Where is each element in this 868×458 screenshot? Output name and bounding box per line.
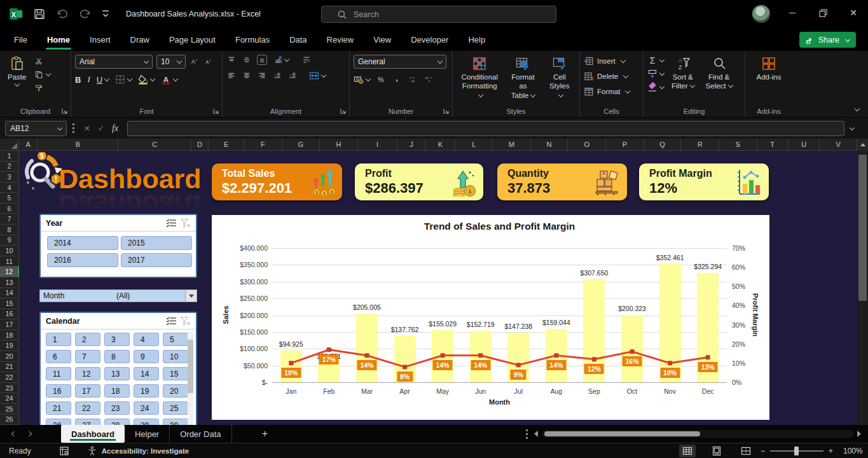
chevron-down-icon[interactable] <box>104 76 109 81</box>
calendar-button-29[interactable]: 29 <box>134 419 159 425</box>
calendar-button-20[interactable]: 20 <box>163 384 188 398</box>
calendar-button-18[interactable]: 18 <box>104 384 130 398</box>
addins-button[interactable]: Add-ins <box>749 55 789 83</box>
minimize-button[interactable]: ─ <box>778 0 806 25</box>
kpi-card-quantity[interactable]: Quantity37.873 <box>497 163 627 200</box>
column-header-G[interactable]: G <box>282 139 320 151</box>
column-header-S[interactable]: S <box>719 139 757 151</box>
row-header-12[interactable]: 12 <box>0 267 19 277</box>
row-header-24[interactable]: 24 <box>0 393 19 404</box>
wrap-text-button[interactable] <box>301 55 312 65</box>
month-filter-dropdown-button[interactable] <box>185 290 196 302</box>
calendar-button-8[interactable]: 8 <box>104 350 130 363</box>
row-header-17[interactable]: 17 <box>0 319 19 330</box>
calendar-button-26[interactable]: 26 <box>46 419 71 425</box>
copy-button[interactable] <box>34 69 44 80</box>
row-header-19[interactable]: 19 <box>0 340 19 351</box>
vertical-scrollbar-thumb[interactable] <box>858 155 867 301</box>
scroll-right-icon[interactable] <box>857 431 861 437</box>
row-header-1[interactable]: 1 <box>0 151 19 162</box>
horizontal-scrollbar-thumb[interactable] <box>544 431 700 436</box>
maximize-button[interactable] <box>809 0 837 25</box>
column-header-J[interactable]: J <box>397 139 425 151</box>
row-header-4[interactable]: 4 <box>0 183 19 193</box>
menu-tab-developer[interactable]: Developer <box>410 31 450 48</box>
shrink-font-button[interactable]: A <box>203 57 214 67</box>
autosum-button[interactable]: Σ <box>647 55 658 66</box>
save-icon[interactable] <box>33 8 46 20</box>
zoom-slider[interactable] <box>770 450 823 452</box>
year-button-2017[interactable]: 2017 <box>121 253 192 267</box>
column-header-U[interactable]: U <box>788 139 820 151</box>
calendar-button-15[interactable]: 15 <box>163 367 188 380</box>
column-header-L[interactable]: L <box>455 139 493 151</box>
row-header-15[interactable]: 15 <box>0 298 19 309</box>
merge-center-button[interactable] <box>309 71 319 81</box>
align-bottom-button[interactable] <box>257 55 267 65</box>
year-button-2014[interactable]: 2014 <box>47 236 118 250</box>
row-header-6[interactable]: 6 <box>0 204 19 214</box>
tab-bar-handle[interactable] <box>526 429 528 440</box>
row-header-18[interactable]: 18 <box>0 330 19 341</box>
menu-tab-data[interactable]: Data <box>288 31 308 48</box>
calendar-button-19[interactable]: 19 <box>134 384 159 398</box>
calendar-scrollbar[interactable] <box>188 332 193 425</box>
kpi-card-total-sales[interactable]: Total Sales$2.297.201$$$ <box>212 163 342 200</box>
column-header-I[interactable]: I <box>358 139 398 151</box>
calendar-button-4[interactable]: 4 <box>134 333 159 346</box>
column-header-F[interactable]: F <box>244 139 282 151</box>
menu-tab-formulas[interactable]: Formulas <box>234 31 271 48</box>
decrease-decimal-button[interactable]: .000 <box>424 74 434 85</box>
row-header-8[interactable]: 8 <box>0 225 19 235</box>
collapse-ribbon-icon[interactable] <box>855 106 860 111</box>
delete-cells-button[interactable]: Delete <box>584 70 639 83</box>
calendar-button-16[interactable]: 16 <box>46 384 71 398</box>
avatar[interactable] <box>752 5 770 23</box>
quick-access-customize-icon[interactable] <box>102 8 109 20</box>
calendar-button-25[interactable]: 25 <box>163 401 188 415</box>
column-header-R[interactable]: R <box>681 139 719 151</box>
percent-style-button[interactable]: % <box>376 74 386 85</box>
fill-color-button[interactable] <box>138 74 148 85</box>
bold-button[interactable]: B <box>75 75 81 85</box>
sheet-tab-helper[interactable]: Helper <box>125 425 170 443</box>
align-center-button[interactable] <box>242 71 252 81</box>
increase-decimal-button[interactable]: 0.00 <box>408 74 418 85</box>
row-header-23[interactable]: 23 <box>0 383 19 394</box>
chevron-down-icon[interactable] <box>150 76 155 81</box>
row-header-14[interactable]: 14 <box>0 288 19 299</box>
calendar-button-13[interactable]: 13 <box>104 367 130 380</box>
zoom-level[interactable]: 100% <box>843 447 863 455</box>
calendar-button-17[interactable]: 17 <box>75 384 100 398</box>
menu-tab-help[interactable]: Help <box>467 31 486 48</box>
paste-button[interactable]: Paste <box>4 55 30 87</box>
year-button-2015[interactable]: 2015 <box>121 236 192 250</box>
increase-indent-button[interactable] <box>287 71 298 81</box>
alignment-dialog-launcher-icon[interactable] <box>340 108 347 114</box>
clipboard-dialog-launcher-icon[interactable] <box>61 108 68 114</box>
calendar-button-10[interactable]: 10 <box>163 350 188 363</box>
insert-function-button[interactable]: fx <box>108 121 122 135</box>
column-header-D[interactable]: D <box>191 139 209 151</box>
row-header-21[interactable]: 21 <box>0 362 19 373</box>
calendar-button-12[interactable]: 12 <box>75 367 100 380</box>
calendar-button-21[interactable]: 21 <box>46 401 71 415</box>
macro-record-icon[interactable] <box>59 446 69 456</box>
year-button-2016[interactable]: 2016 <box>47 253 118 267</box>
cell-styles-button[interactable]: Cell Styles <box>544 55 575 101</box>
align-right-button[interactable] <box>257 71 267 81</box>
cut-button[interactable] <box>34 56 44 66</box>
zoom-out-button[interactable]: − <box>761 447 765 455</box>
zoom-in-button[interactable]: + <box>829 447 833 455</box>
row-header-2[interactable]: 2 <box>0 162 19 172</box>
calendar-button-14[interactable]: 14 <box>134 367 159 380</box>
normal-view-button[interactable] <box>679 445 696 457</box>
decrease-indent-button[interactable] <box>272 71 282 81</box>
column-header-T[interactable]: T <box>757 139 789 151</box>
comma-style-button[interactable]: , <box>392 74 402 85</box>
insert-cells-button[interactable]: Insert <box>584 55 639 67</box>
name-box[interactable]: AB12 <box>5 121 67 136</box>
orientation-button[interactable]: ab <box>272 55 282 65</box>
worksheet[interactable]: $ ! Dashboard Dashboard Total Sales$2.29… <box>19 151 857 425</box>
font-dialog-launcher-icon[interactable] <box>212 108 219 114</box>
